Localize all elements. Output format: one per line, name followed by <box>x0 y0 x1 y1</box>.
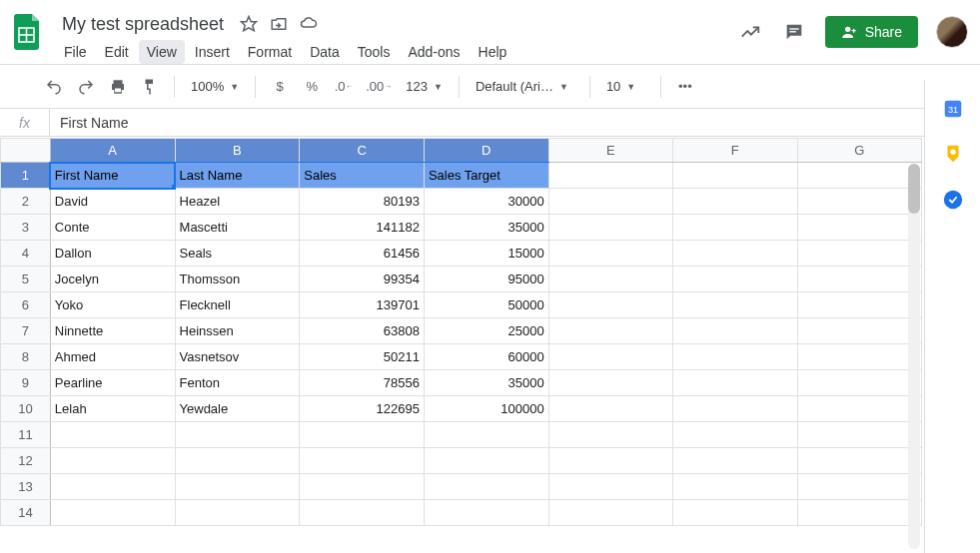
font-select[interactable]: Default (Ari…▼ <box>470 79 579 94</box>
cell-F13[interactable] <box>673 474 797 500</box>
column-header-B[interactable]: B <box>175 139 300 163</box>
cell-A6[interactable]: Yoko <box>50 292 175 318</box>
cell-G5[interactable] <box>797 267 922 292</box>
cell-E4[interactable] <box>548 241 672 267</box>
cell-E12[interactable] <box>548 448 672 474</box>
formula-input[interactable]: First Name <box>50 115 128 131</box>
increase-decimal-button[interactable]: .00→ <box>362 73 396 101</box>
scrollbar-thumb[interactable] <box>908 164 920 214</box>
menu-addons[interactable]: Add-ons <box>400 40 468 64</box>
cell-B13[interactable] <box>175 474 300 500</box>
avatar[interactable] <box>936 16 968 48</box>
cell-B3[interactable]: Mascetti <box>175 215 300 241</box>
cell-G9[interactable] <box>797 370 922 396</box>
row-header-1[interactable]: 1 <box>1 163 51 189</box>
cell-D7[interactable]: 25000 <box>424 318 548 344</box>
cell-F14[interactable] <box>673 500 797 526</box>
cell-D5[interactable]: 95000 <box>424 267 548 292</box>
cell-C9[interactable]: 78556 <box>300 370 425 396</box>
keep-icon[interactable] <box>941 142 965 166</box>
column-header-F[interactable]: F <box>673 139 797 163</box>
cell-A14[interactable] <box>50 500 175 526</box>
cell-A12[interactable] <box>50 448 175 474</box>
cell-E8[interactable] <box>548 344 672 370</box>
cell-G14[interactable] <box>797 500 922 526</box>
cell-A4[interactable]: Dallon <box>50 241 175 267</box>
cell-D8[interactable]: 60000 <box>424 344 548 370</box>
cell-F12[interactable] <box>673 448 797 474</box>
row-header-6[interactable]: 6 <box>1 292 51 318</box>
print-button[interactable] <box>104 73 132 101</box>
calendar-icon[interactable]: 31 <box>941 96 965 120</box>
cell-C14[interactable] <box>300 500 425 526</box>
cell-C7[interactable]: 63808 <box>300 318 425 344</box>
cell-B8[interactable]: Vasnetsov <box>175 344 300 370</box>
cell-E1[interactable] <box>548 163 672 189</box>
cell-B5[interactable]: Thomsson <box>175 267 300 292</box>
cell-F11[interactable] <box>673 422 797 448</box>
cell-G11[interactable] <box>797 422 922 448</box>
cell-E14[interactable] <box>548 500 672 526</box>
cell-D12[interactable] <box>424 448 548 474</box>
percent-button[interactable]: % <box>298 73 326 101</box>
cloud-status-icon[interactable] <box>296 11 322 37</box>
row-header-7[interactable]: 7 <box>1 318 51 344</box>
cell-F10[interactable] <box>673 396 797 422</box>
row-header-11[interactable]: 11 <box>1 422 51 448</box>
menu-file[interactable]: File <box>56 40 95 64</box>
row-header-2[interactable]: 2 <box>1 189 51 215</box>
row-header-12[interactable]: 12 <box>1 448 51 474</box>
more-toolbar-button[interactable]: ••• <box>671 73 699 101</box>
redo-button[interactable] <box>72 73 100 101</box>
cell-G7[interactable] <box>797 318 922 344</box>
select-all-corner[interactable] <box>1 139 51 163</box>
cell-B14[interactable] <box>175 500 300 526</box>
row-header-4[interactable]: 4 <box>1 241 51 267</box>
document-title[interactable]: My test spreadsheet <box>56 12 230 37</box>
menu-insert[interactable]: Insert <box>187 40 238 64</box>
cell-D11[interactable] <box>424 422 548 448</box>
cell-A5[interactable]: Jocelyn <box>50 267 175 292</box>
cell-C8[interactable]: 50211 <box>300 344 425 370</box>
cell-B9[interactable]: Fenton <box>175 370 300 396</box>
cell-D6[interactable]: 50000 <box>424 292 548 318</box>
cell-E5[interactable] <box>548 267 672 292</box>
cell-A10[interactable]: Lelah <box>50 396 175 422</box>
cell-B11[interactable] <box>175 422 300 448</box>
cell-E6[interactable] <box>548 292 672 318</box>
cell-A1[interactable]: First Name <box>50 163 175 189</box>
cell-A11[interactable] <box>50 422 175 448</box>
cell-G6[interactable] <box>797 292 922 318</box>
row-header-9[interactable]: 9 <box>1 370 51 396</box>
fx-icon[interactable]: fx <box>0 109 50 136</box>
cell-C10[interactable]: 122695 <box>300 396 425 422</box>
cell-C5[interactable]: 99354 <box>300 267 425 292</box>
cell-C2[interactable]: 80193 <box>300 189 425 215</box>
cell-F7[interactable] <box>673 318 797 344</box>
cell-B7[interactable]: Heinssen <box>175 318 300 344</box>
cell-D3[interactable]: 35000 <box>424 215 548 241</box>
undo-button[interactable] <box>40 73 68 101</box>
cell-F1[interactable] <box>673 163 797 189</box>
row-header-14[interactable]: 14 <box>1 500 51 526</box>
cell-G2[interactable] <box>797 189 922 215</box>
cell-A9[interactable]: Pearline <box>50 370 175 396</box>
decrease-decimal-button[interactable]: .0← <box>330 73 358 101</box>
cell-G8[interactable] <box>797 344 922 370</box>
cell-D1[interactable]: Sales Target <box>424 163 548 189</box>
menu-tools[interactable]: Tools <box>350 40 399 64</box>
cell-G13[interactable] <box>797 474 922 500</box>
menu-edit[interactable]: Edit <box>97 40 137 64</box>
cell-C1[interactable]: Sales <box>300 163 425 189</box>
cell-B12[interactable] <box>175 448 300 474</box>
column-header-G[interactable]: G <box>797 139 922 163</box>
vertical-scrollbar[interactable] <box>908 164 920 549</box>
comments-icon[interactable] <box>781 19 807 45</box>
column-header-E[interactable]: E <box>548 139 672 163</box>
cell-G12[interactable] <box>797 448 922 474</box>
menu-view[interactable]: View <box>139 40 185 64</box>
cell-B10[interactable]: Yewdale <box>175 396 300 422</box>
cell-E9[interactable] <box>548 370 672 396</box>
column-header-D[interactable]: D <box>424 139 548 163</box>
format-select[interactable]: 123▼ <box>400 79 449 94</box>
